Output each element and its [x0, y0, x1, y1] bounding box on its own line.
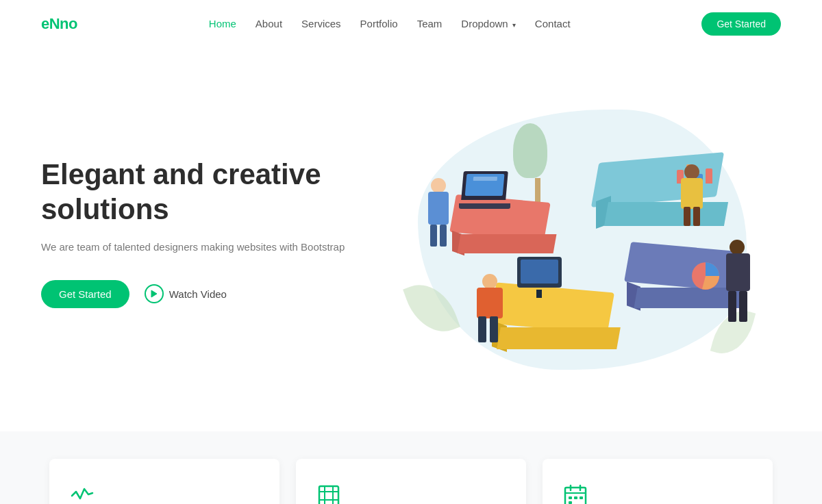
person-3-leg-right [490, 316, 498, 342]
navbar-cta-button[interactable]: Get Started [701, 12, 781, 36]
nav-item-about[interactable]: About [256, 18, 282, 30]
nav-item-dropdown[interactable]: Dropdown ▾ [461, 18, 516, 30]
person-2-leg-left [684, 207, 690, 226]
nav-link-portfolio[interactable]: Portfolio [360, 18, 398, 29]
watch-video-label: Watch Video [169, 288, 227, 300]
hero-cta-button[interactable]: Get Started [41, 280, 129, 308]
feature-card-3: Magni Dolores Excepteur sint occaecat cu… [543, 459, 773, 504]
nav-link-contact[interactable]: Contact [535, 18, 571, 29]
pie-chart [688, 259, 723, 293]
person-3-head [482, 274, 497, 289]
nav-item-team[interactable]: Team [417, 18, 443, 30]
svg-rect-12 [580, 496, 583, 499]
nav-link-team[interactable]: Team [417, 18, 443, 29]
person-2-leg-right [693, 207, 700, 226]
person-1-leg-left [430, 225, 437, 247]
pie-chart-svg [688, 259, 723, 293]
bar-4 [706, 168, 712, 184]
brand-logo[interactable]: eNno [41, 15, 77, 33]
laptop-screen-display [465, 174, 505, 196]
person-2-legs [684, 207, 700, 226]
person-1-body [428, 192, 449, 225]
hero-title: Elegant and creative solutions [41, 158, 370, 227]
red-desk-front [458, 234, 557, 253]
activity-svg-icon [70, 483, 95, 504]
svg-rect-11 [574, 496, 577, 499]
features-section: Lorem Ipsum Voluptatum deleniti atque co… [0, 431, 822, 504]
svg-rect-6 [565, 488, 586, 504]
monitor-stand [536, 290, 542, 298]
hero-subtitle: We are team of talented designers making… [41, 239, 370, 255]
person-4-head [730, 240, 745, 255]
person-4-leg-left [728, 291, 736, 322]
person-4 [723, 240, 754, 322]
nav-item-contact[interactable]: Contact [535, 18, 571, 30]
person-3-legs [478, 316, 498, 342]
nav-link-services[interactable]: Services [301, 18, 341, 29]
svg-rect-13 [569, 501, 572, 504]
leaf-left-decoration [403, 275, 460, 341]
chevron-down-icon: ▾ [512, 21, 516, 29]
nav-item-portfolio[interactable]: Portfolio [360, 18, 398, 30]
person-2-body [681, 178, 703, 209]
isometric-scene [404, 89, 760, 377]
person-1-legs [430, 225, 447, 247]
brand-name: eNno [41, 15, 77, 32]
hero-actions: Get Started Watch Video [41, 280, 370, 308]
play-icon [145, 284, 164, 303]
tree-top [513, 123, 547, 178]
calendar-svg-icon [563, 483, 588, 504]
svg-rect-1 [319, 486, 338, 504]
feature-card-1: Lorem Ipsum Voluptatum deleniti atque co… [49, 459, 279, 504]
hero-section: Elegant and creative solutions We are te… [0, 48, 822, 431]
monitor-screen [517, 257, 562, 288]
person-3 [473, 267, 507, 342]
person-2-head [684, 164, 699, 179]
monitor [517, 257, 565, 298]
monitor-display [521, 260, 558, 284]
hero-illustration [384, 89, 781, 377]
laptop-screen [461, 171, 508, 200]
laptop-base [459, 203, 510, 209]
frame-svg-icon [316, 483, 341, 504]
nav-link-dropdown[interactable]: Dropdown ▾ [461, 18, 516, 29]
svg-rect-10 [569, 496, 572, 499]
person-2 [678, 164, 706, 226]
blue-desk [596, 158, 733, 226]
hero-content: Elegant and creative solutions We are te… [41, 158, 370, 308]
person-1 [425, 178, 452, 247]
person-4-body [726, 253, 750, 291]
nav-item-home[interactable]: Home [209, 18, 236, 30]
blue-desk-front [604, 202, 728, 226]
laptop [459, 171, 514, 209]
person-1-head [431, 178, 446, 193]
nav-links: Home About Services Portfolio Team Dropd… [209, 18, 571, 30]
person-3-leg-left [478, 316, 486, 342]
nav-link-about[interactable]: About [256, 18, 282, 29]
watch-video-button[interactable]: Watch Video [145, 284, 227, 303]
navbar: eNno Home About Services Portfolio Team … [0, 0, 822, 48]
person-4-legs [728, 291, 747, 322]
illustration-container [404, 89, 760, 377]
yellow-desk-front [497, 327, 621, 349]
frame-icon [316, 483, 344, 504]
nav-link-home[interactable]: Home [209, 18, 236, 29]
person-3-body [477, 288, 503, 318]
nav-item-services[interactable]: Services [301, 18, 341, 30]
activity-icon [70, 483, 97, 504]
feature-card-2: Sed ut perspici Duis aute irure dolor in… [296, 459, 526, 504]
play-triangle-icon [151, 290, 158, 298]
person-1-leg-right [440, 225, 447, 247]
person-4-leg-right [739, 291, 747, 322]
calendar-icon [563, 483, 590, 504]
